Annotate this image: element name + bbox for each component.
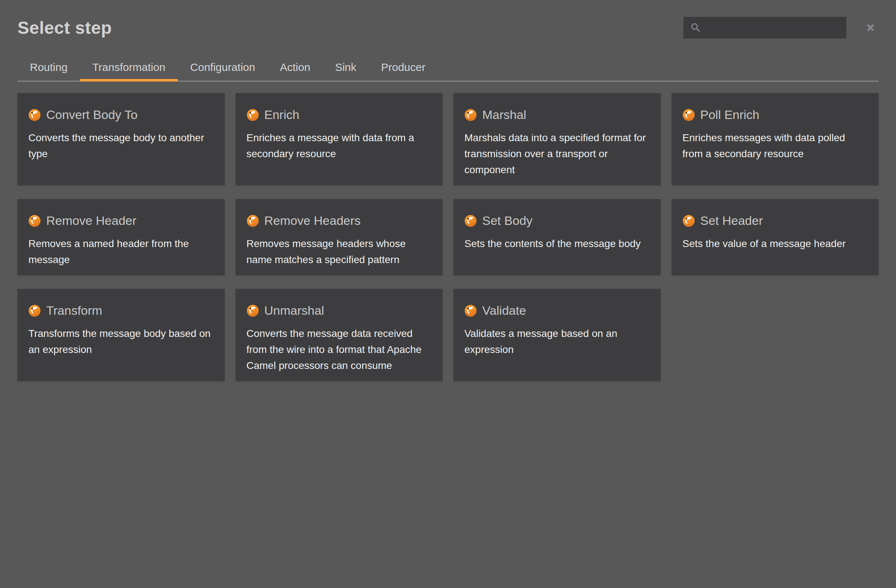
tab-transformation[interactable]: Transformation [80,61,178,81]
step-description: Enriches messages with data polled from … [683,130,868,162]
step-card[interactable]: Transform Transforms the message body ba… [17,289,225,381]
step-description: Transforms the message body based on an … [28,326,214,358]
step-description: Removes message headers whose name match… [247,236,432,268]
tab-configuration[interactable]: Configuration [178,61,267,81]
step-card[interactable]: Remove Header Removes a named header fro… [17,199,225,275]
step-name: Transform [46,304,102,318]
step-description: Sets the value of a message header [683,236,868,252]
camel-icon [465,215,477,227]
step-card-header: Unmarshal [247,304,432,318]
step-name: Remove Headers [264,214,361,228]
step-card[interactable]: Poll Enrich Enriches messages with data … [672,93,879,185]
step-card-header: Set Header [683,214,868,228]
step-card[interactable]: Marshal Marshals data into a specified f… [454,93,661,185]
close-button[interactable] [862,20,879,36]
step-name: Convert Body To [46,108,138,122]
search-box[interactable] [683,17,846,39]
step-name: Remove Header [46,214,137,228]
step-name: Validate [482,304,526,318]
step-name: Enrich [264,108,299,122]
step-card[interactable]: Remove Headers Removes message headers w… [236,199,443,275]
close-icon [866,23,875,32]
step-card[interactable]: Convert Body To Converts the message bod… [17,93,225,185]
dialog-header: Select step [0,0,896,39]
step-description: Marshals data into a specified format fo… [465,130,650,178]
tab-action[interactable]: Action [267,61,322,81]
dialog-title: Select step [17,18,112,38]
step-card-header: Transform [28,304,214,318]
camel-icon [683,109,695,121]
step-card[interactable]: Set Header Sets the value of a message h… [672,199,879,275]
camel-icon [28,109,41,121]
step-card-header: Poll Enrich [683,108,868,122]
select-step-dialog: Select step RoutingTransformationConfigu… [0,0,896,381]
step-card-header: Validate [465,304,650,318]
camel-icon [28,215,41,227]
tab-routing[interactable]: Routing [17,61,80,81]
step-name: Marshal [482,108,526,122]
step-card-header: Set Body [465,214,650,228]
step-card-header: Remove Header [28,214,214,228]
step-card[interactable]: Enrich Enriches a message with data from… [236,93,443,185]
step-description: Removes a named header from the message [28,236,214,268]
tab-sink[interactable]: Sink [323,61,369,81]
camel-icon [465,305,477,317]
step-description: Enriches a message with data from a seco… [247,130,432,162]
steps-grid: Convert Body To Converts the message bod… [17,93,879,381]
step-description: Sets the contents of the message body [465,236,650,252]
camel-icon [247,109,259,121]
tab-producer[interactable]: Producer [369,61,438,81]
tabs-bar: RoutingTransformationConfigurationAction… [17,61,879,82]
camel-icon [247,305,259,317]
step-card-header: Convert Body To [28,108,214,122]
camel-icon [28,305,41,317]
step-card[interactable]: Set Body Sets the contents of the messag… [454,199,661,275]
step-card-header: Enrich [247,108,432,122]
step-card[interactable]: Unmarshal Converts the message data rece… [236,289,443,381]
step-name: Set Body [482,214,532,228]
step-description: Converts the message data received from … [247,326,432,374]
step-name: Set Header [700,214,763,228]
step-card-header: Marshal [465,108,650,122]
camel-icon [683,215,695,227]
camel-icon [247,215,259,227]
step-name: Poll Enrich [700,108,760,122]
camel-icon [465,109,477,121]
step-description: Validates a message based on an expressi… [465,326,650,358]
search-input[interactable] [684,17,846,38]
step-card-header: Remove Headers [247,214,432,228]
step-card[interactable]: Validate Validates a message based on an… [454,289,661,381]
step-name: Unmarshal [264,304,324,318]
search-icon [690,22,701,33]
step-description: Converts the message body to another typ… [28,130,214,162]
